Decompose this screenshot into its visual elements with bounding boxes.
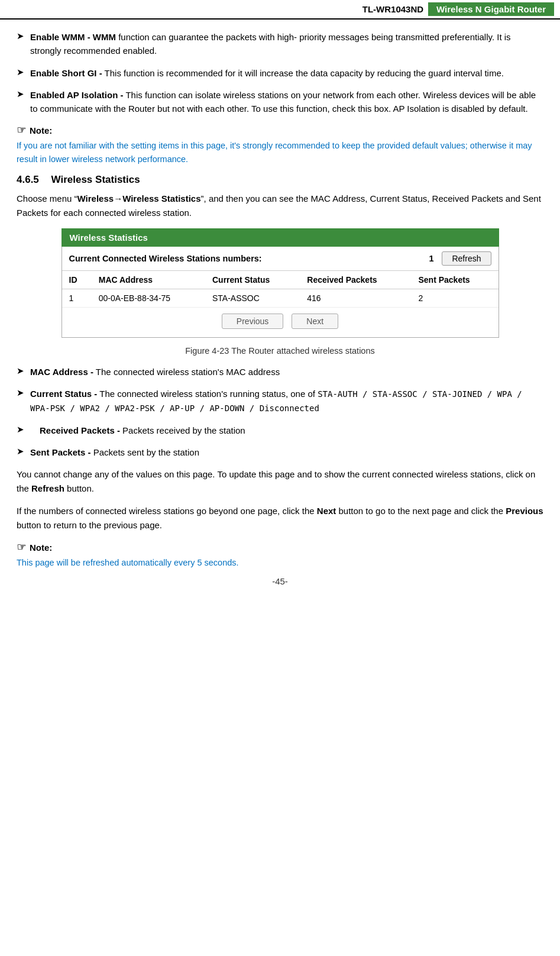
table-cell-3: 416	[300, 289, 411, 308]
table-cell-4: 2	[411, 289, 498, 308]
bullet-text-sent: Sent Packets - Packets sent by the stati…	[30, 445, 199, 459]
bullet-bold-mac: MAC Address -	[30, 367, 93, 377]
bullet-bold-shortgi: Enable Short GI -	[30, 68, 102, 78]
note-bottom-label: ☞ Note:	[17, 541, 543, 554]
table-row: 100-0A-EB-88-34-75STA-ASSOC4162	[62, 289, 499, 308]
col-status: Current Status	[205, 271, 300, 289]
section-title: Wireless Statistics	[51, 174, 140, 185]
status-codes: STA-AUTH / STA-ASSOC / STA-JOINED / WPA …	[30, 389, 522, 413]
next-button[interactable]: Next	[292, 314, 338, 329]
bullet-status: ➤ Current Status - The connected wireles…	[17, 387, 543, 415]
note-top-icon: ☞	[17, 124, 26, 137]
bullet-shortgi: ➤ Enable Short GI - This function is rec…	[17, 66, 543, 80]
bullet-text-wmm: Enable WMM - WMM function can guarantee …	[30, 30, 543, 58]
next-inline: Next	[317, 506, 336, 516]
note-top: ☞ Note: If you are not familiar with the…	[17, 124, 543, 166]
bullet-text-apisol: Enabled AP Isolation - This function can…	[30, 88, 543, 116]
figure-caption: Figure 4-23 The Router attached wireless…	[17, 346, 543, 356]
table-cell-2: STA-ASSOC	[205, 289, 300, 308]
body-text-refresh: You cannot change any of the values on t…	[17, 467, 543, 496]
ws-nav-row: Previous Next	[62, 308, 499, 337]
bullet-apisol: ➤ Enabled AP Isolation - This function c…	[17, 88, 543, 116]
note-top-label-text: Note:	[30, 125, 52, 135]
model-name: TL-WR1043ND	[362, 4, 423, 14]
bullet-mac: ➤ MAC Address - The connected wireless s…	[17, 365, 543, 379]
refresh-button[interactable]: Refresh	[442, 251, 491, 266]
previous-inline: Previous	[506, 506, 543, 516]
bullet-text-shortgi: Enable Short GI - This function is recom…	[30, 66, 504, 80]
page-number: -45-	[272, 576, 288, 586]
ws-info-row: Current Connected Wireless Stations numb…	[62, 247, 499, 271]
bullet-bold-status: Current Status -	[30, 389, 97, 399]
bullet-arrow-2: ➤	[17, 67, 24, 77]
ws-panel-title: Wireless Statistics	[61, 228, 499, 247]
table-cell-0: 1	[62, 289, 92, 308]
ws-table-body: 100-0A-EB-88-34-75STA-ASSOC4162	[62, 289, 499, 308]
note-bottom: ☞ Note: This page will be refreshed auto…	[17, 541, 543, 570]
note-top-text: If you are not familiar with the setting…	[17, 139, 543, 166]
col-id: ID	[62, 271, 92, 289]
bullet-text-received: Received Packets - Packets received by t…	[30, 424, 245, 437]
ws-data-table: ID MAC Address Current Status Received P…	[62, 271, 499, 308]
wireless-stats-panel: Wireless Statistics Current Connected Wi…	[61, 228, 499, 338]
col-sent: Sent Packets	[411, 271, 498, 289]
col-received: Received Packets	[300, 271, 411, 289]
bullet-sent: ➤ Sent Packets - Packets sent by the sta…	[17, 445, 543, 459]
bullet-text-status: Current Status - The connected wireless …	[30, 387, 543, 415]
bullet-bold-sent: Sent Packets -	[30, 447, 91, 457]
page-content: ➤ Enable WMM - WMM function can guarante…	[0, 25, 560, 596]
bullet-arrow-3: ➤	[17, 89, 24, 99]
ws-connected-count: 1	[429, 254, 433, 263]
bullet-arrow-sent: ➤	[17, 446, 24, 457]
router-type: Wireless N Gigabit Router	[428, 2, 554, 16]
bullet-bold-apisol: Enabled AP Isolation -	[30, 90, 124, 100]
ws-table-header-row: ID MAC Address Current Status Received P…	[62, 271, 499, 289]
bullet-bold-received: Received Packets -	[40, 425, 120, 435]
section-number: 4.6.5	[17, 174, 39, 185]
bullet-arrow-1: ➤	[17, 31, 24, 41]
bullet-bold-wmm: Enable WMM - WMM	[30, 32, 116, 42]
bullet-received: ➤ Received Packets - Packets received by…	[17, 424, 543, 437]
note-bottom-icon: ☞	[17, 541, 26, 554]
body-text-nav: If the numbers of connected wireless sta…	[17, 504, 543, 532]
bullet-arrow-status: ➤	[17, 387, 24, 398]
menu-wireless: Wireless→Wireless Statistics	[77, 193, 201, 204]
page-header: TL-WR1043ND Wireless N Gigabit Router	[0, 0, 560, 20]
bullet-text-mac: MAC Address - The connected wireless sta…	[30, 365, 280, 379]
section-heading: 4.6.5 Wireless Statistics	[17, 174, 543, 186]
previous-button[interactable]: Previous	[222, 314, 283, 329]
ws-table-wrapper: Current Connected Wireless Stations numb…	[61, 247, 499, 338]
bullet-wmm: ➤ Enable WMM - WMM function can guarante…	[17, 30, 543, 58]
ws-info-label: Current Connected Wireless Stations numb…	[69, 254, 429, 263]
page-footer: -45-	[17, 576, 543, 586]
intro-text: Choose menu “Wireless→Wireless Statistic…	[17, 192, 543, 220]
table-cell-1: 00-0A-EB-88-34-75	[92, 289, 205, 308]
note-top-label: ☞ Note:	[17, 124, 543, 137]
note-bottom-text: This page will be refreshed automaticall…	[17, 556, 543, 570]
note-bottom-label-text: Note:	[30, 542, 52, 553]
ws-table-head: ID MAC Address Current Status Received P…	[62, 271, 499, 289]
refresh-inline: Refresh	[31, 483, 64, 493]
bullet-arrow-received: ➤	[17, 424, 24, 435]
col-mac: MAC Address	[92, 271, 205, 289]
bullet-arrow-mac: ➤	[17, 366, 24, 376]
